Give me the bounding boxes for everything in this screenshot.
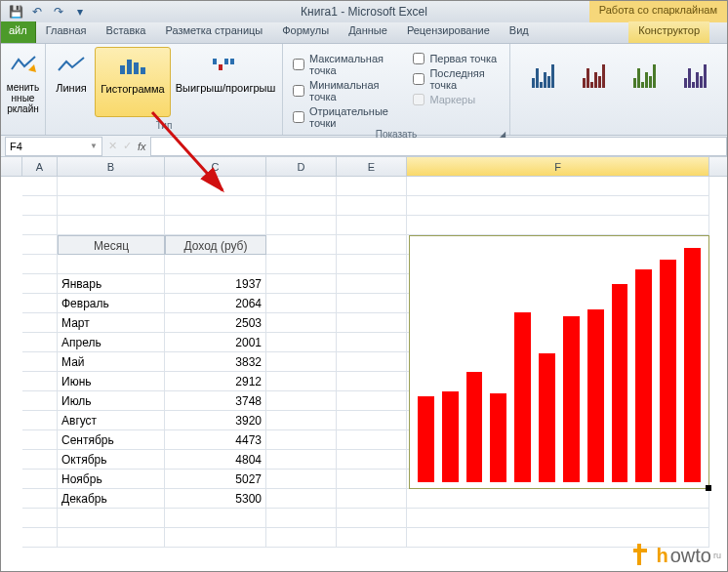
tab-design[interactable]: Конструктор	[628, 21, 709, 43]
cell[interactable]	[407, 509, 709, 528]
style-option[interactable]	[622, 57, 667, 88]
cell[interactable]	[58, 509, 165, 528]
cell[interactable]	[165, 177, 266, 196]
tab-review[interactable]: Рецензирование	[397, 21, 500, 43]
cell[interactable]	[266, 470, 337, 489]
cell[interactable]	[337, 255, 407, 274]
table-row[interactable]: 3832	[165, 352, 266, 372]
cell[interactable]	[266, 216, 337, 235]
cell[interactable]	[337, 216, 407, 235]
table-row[interactable]: 3920	[165, 411, 266, 430]
col-header[interactable]: F	[407, 157, 709, 176]
tab-data[interactable]: Данные	[339, 21, 397, 43]
table-row[interactable]: Январь	[58, 274, 165, 294]
cell[interactable]	[337, 235, 407, 255]
dialog-launcher-icon[interactable]: ◢	[500, 130, 506, 139]
cell[interactable]	[22, 411, 58, 430]
cell[interactable]	[337, 528, 407, 548]
style-option[interactable]	[571, 57, 616, 88]
cell[interactable]	[337, 274, 407, 294]
table-row[interactable]: 5300	[165, 489, 266, 509]
col-header[interactable]: A	[22, 157, 58, 176]
table-row[interactable]: Декабрь	[58, 489, 165, 509]
cell[interactable]	[266, 528, 337, 548]
cell[interactable]	[337, 411, 407, 430]
min-point-checkbox[interactable]: Минимальная точка	[293, 79, 399, 102]
col-header[interactable]: E	[337, 157, 407, 176]
table-row[interactable]: 2503	[165, 313, 266, 333]
cell[interactable]	[337, 196, 407, 216]
cell[interactable]	[266, 509, 337, 528]
table-header-month[interactable]: Месяц	[58, 235, 165, 255]
line-type-button[interactable]: Линия	[50, 47, 93, 117]
tab-formulas[interactable]: Формулы	[272, 21, 339, 43]
cell[interactable]	[22, 274, 58, 294]
cell[interactable]	[266, 352, 337, 372]
file-tab[interactable]: айл	[1, 21, 36, 43]
table-row[interactable]: 4804	[165, 450, 266, 470]
select-all-corner[interactable]	[1, 157, 22, 176]
cell[interactable]	[337, 352, 407, 372]
cell[interactable]	[22, 255, 58, 274]
cell[interactable]	[22, 235, 58, 255]
cell[interactable]	[266, 411, 337, 430]
cell[interactable]	[58, 255, 165, 274]
cell[interactable]	[266, 177, 337, 196]
table-row[interactable]: 5027	[165, 470, 266, 489]
cell[interactable]	[266, 372, 337, 391]
table-row[interactable]: Июнь	[58, 372, 165, 391]
tab-view[interactable]: Вид	[500, 21, 539, 43]
cell[interactable]	[22, 196, 58, 216]
cell[interactable]	[337, 391, 407, 411]
save-icon[interactable]: 💾	[7, 3, 24, 20]
chevron-down-icon[interactable]: ▼	[90, 142, 98, 150]
name-box[interactable]: F4▼	[5, 137, 102, 156]
winloss-type-button[interactable]: Выигрыш/проигрыш	[173, 47, 278, 117]
table-row[interactable]: Август	[58, 411, 165, 430]
table-row[interactable]: Октябрь	[58, 450, 165, 470]
style-option[interactable]	[672, 57, 717, 88]
cell[interactable]	[22, 372, 58, 391]
cell[interactable]	[165, 528, 266, 548]
tab-home[interactable]: Главная	[36, 21, 97, 43]
cell[interactable]	[337, 509, 407, 528]
table-row[interactable]: Июль	[58, 391, 165, 411]
cell[interactable]	[266, 235, 337, 255]
edit-data-button[interactable]: менить нные рклайн	[5, 47, 41, 117]
cell[interactable]	[266, 294, 337, 313]
cell[interactable]	[22, 528, 58, 548]
table-header-income[interactable]: Доход (руб)	[165, 235, 266, 255]
sparkline-column-chart[interactable]	[409, 235, 709, 489]
cell[interactable]	[337, 333, 407, 352]
cell[interactable]	[407, 489, 709, 509]
cell[interactable]	[266, 391, 337, 411]
undo-icon[interactable]: ↶	[28, 3, 46, 20]
table-row[interactable]: 2912	[165, 372, 266, 391]
cell[interactable]	[22, 489, 58, 509]
tab-insert[interactable]: Вставка	[97, 21, 156, 43]
cell[interactable]	[337, 372, 407, 391]
cell[interactable]	[58, 528, 165, 548]
style-option[interactable]	[520, 57, 565, 88]
cell[interactable]	[407, 216, 709, 235]
table-row[interactable]: Март	[58, 313, 165, 333]
cell[interactable]	[58, 216, 165, 235]
cell[interactable]	[22, 391, 58, 411]
table-row[interactable]: Сентябрь	[58, 430, 165, 450]
last-point-checkbox[interactable]: Последняя точка	[413, 67, 500, 91]
col-header[interactable]: D	[266, 157, 337, 176]
cell[interactable]	[266, 450, 337, 470]
fx-icon[interactable]: fx	[138, 141, 146, 152]
cell[interactable]	[22, 430, 58, 450]
cell[interactable]	[165, 509, 266, 528]
redo-icon[interactable]: ↷	[50, 3, 67, 20]
cell[interactable]	[407, 177, 709, 196]
tab-page-layout[interactable]: Разметка страницы	[155, 21, 272, 43]
worksheet[interactable]: A B C D E F МесяцДоход (руб)Январь1937Фе…	[1, 157, 727, 177]
cell[interactable]	[22, 352, 58, 372]
table-row[interactable]: 1937	[165, 274, 266, 294]
table-row[interactable]: 2064	[165, 294, 266, 313]
cell[interactable]	[337, 470, 407, 489]
cell[interactable]	[165, 216, 266, 235]
cell[interactable]	[22, 177, 58, 196]
